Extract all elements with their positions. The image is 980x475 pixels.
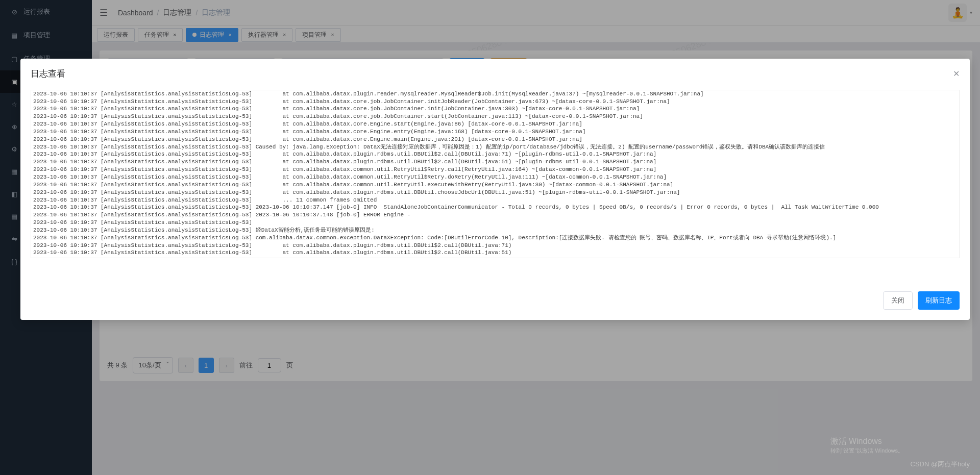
modal-title: 日志查看 [31,68,65,80]
log-viewer-modal: 日志查看 ✕ 2023-10-06 10:10:37 [AnalysisStat… [20,59,970,320]
modal-footer: 关闭 刷新日志 [20,284,970,320]
csdn-watermark: CSDN @两点半holy [911,460,970,469]
modal-body: 2023-10-06 10:10:37 [AnalysisStatistics.… [20,85,970,263]
refresh-log-button[interactable]: 刷新日志 [918,291,960,310]
modal-close-button[interactable]: ✕ [953,69,960,79]
close-button[interactable]: 关闭 [883,291,913,310]
log-output[interactable]: 2023-10-06 10:10:37 [AnalysisStatistics.… [31,90,960,258]
modal-header: 日志查看 ✕ [20,59,970,85]
